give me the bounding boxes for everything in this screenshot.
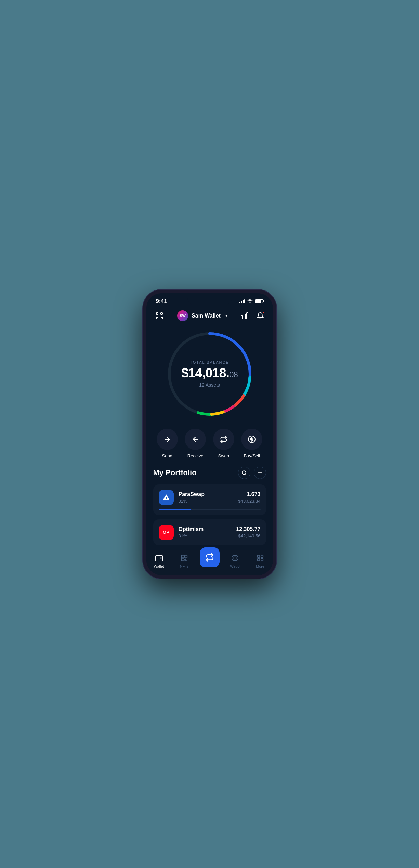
asset-amount-optimism: 12,305.77 — [236, 526, 260, 532]
svg-rect-23 — [181, 555, 184, 557]
asset-logo-paraswap — [159, 490, 174, 505]
more-nav-icon — [256, 553, 265, 563]
action-buttons: Send Receive — [146, 425, 273, 467]
wallet-nav-icon — [154, 553, 164, 563]
notch — [187, 293, 232, 305]
svg-rect-29 — [261, 555, 263, 557]
chart-icon — [241, 312, 248, 319]
svg-rect-4 — [244, 314, 245, 319]
balance-assets: 12 Assets — [181, 382, 238, 388]
wallet-nav-label: Wallet — [154, 564, 164, 568]
balance-main: $14,018. — [181, 366, 229, 380]
paraswap-logo-icon — [162, 493, 170, 502]
status-icons — [239, 299, 263, 304]
asset-pct-optimism: 31% — [179, 533, 232, 539]
swap-center-icon — [205, 553, 214, 562]
svg-rect-24 — [184, 555, 187, 557]
receive-icon-circle — [185, 429, 206, 450]
balance-section: TOTAL BALANCE $14,018.08 12 Assets — [146, 326, 273, 425]
avatar: SW — [177, 310, 188, 321]
balance-info: TOTAL BALANCE $14,018.08 12 Assets — [181, 360, 238, 388]
header-right — [239, 310, 266, 321]
asset-values-paraswap: 1.673 $43,023.34 — [238, 491, 260, 504]
nav-item-more[interactable]: More — [248, 553, 273, 568]
portfolio-add-button[interactable] — [254, 467, 266, 479]
asset-progress-paraswap — [159, 509, 261, 510]
asset-values-optimism: 12,305.77 $42,149.56 — [236, 526, 260, 539]
receive-label: Receive — [187, 453, 204, 458]
balance-circle: TOTAL BALANCE $14,018.08 12 Assets — [165, 329, 254, 418]
asset-card-paraswap[interactable]: ParaSwap 32% 1.673 $43,023.34 — [153, 484, 266, 515]
bottom-nav: Wallet NFTs — [146, 550, 273, 575]
asset-logo-optimism: OP — [159, 525, 174, 540]
asset-card-optimism[interactable]: OP Optimism 31% 12,305.77 $42,149.56 — [153, 519, 266, 545]
balance-label: TOTAL BALANCE — [181, 360, 238, 364]
scan-icon — [155, 312, 163, 320]
svg-rect-3 — [241, 316, 243, 319]
phone-frame: 9:41 — [143, 290, 276, 579]
svg-rect-5 — [247, 313, 248, 319]
asset-row: ParaSwap 32% 1.673 $43,023.34 — [159, 490, 261, 505]
nav-item-nfts[interactable]: NFTs — [172, 553, 197, 568]
asset-amount-paraswap: 1.673 — [238, 491, 260, 497]
chevron-down-icon: ▾ — [225, 313, 227, 318]
portfolio-actions — [238, 467, 266, 479]
optimism-logo-text: OP — [163, 530, 169, 535]
web3-nav-label: Web3 — [230, 564, 240, 568]
buysell-button[interactable]: Buy/Sell — [241, 429, 262, 458]
svg-rect-28 — [257, 555, 259, 557]
buysell-label: Buy/Sell — [244, 453, 260, 458]
phone-inner: 9:41 — [146, 293, 273, 575]
signal-bars-icon — [239, 299, 245, 303]
notifications-button[interactable] — [255, 310, 266, 321]
scan-button[interactable] — [153, 310, 166, 322]
svg-rect-31 — [261, 558, 263, 560]
portfolio-header: My Portfolio — [153, 467, 266, 479]
nav-item-swap-center[interactable] — [197, 554, 222, 567]
send-icon-circle — [157, 429, 178, 450]
nav-item-web3[interactable]: Web3 — [222, 553, 248, 568]
receive-button[interactable]: Receive — [185, 429, 206, 458]
wallet-selector[interactable]: SW Sam Wallet ▾ — [177, 310, 227, 321]
asset-usd-paraswap: $43,023.34 — [238, 498, 260, 504]
buysell-icon — [248, 435, 256, 443]
swap-center-button[interactable] — [200, 547, 220, 567]
search-icon — [241, 470, 247, 476]
svg-rect-30 — [257, 558, 259, 560]
portfolio-section: My Portfolio — [146, 467, 273, 545]
swap-button[interactable]: Swap — [213, 429, 234, 458]
send-button[interactable]: Send — [157, 429, 178, 458]
asset-pct-paraswap: 32% — [179, 498, 234, 504]
asset-info-optimism: Optimism 31% — [179, 526, 232, 539]
status-time: 9:41 — [156, 298, 167, 305]
wifi-icon — [247, 299, 253, 304]
nfts-nav-icon — [180, 553, 189, 563]
asset-name-optimism: Optimism — [179, 526, 232, 532]
chart-button[interactable] — [239, 310, 250, 321]
wallet-name: Sam Wallet — [192, 313, 221, 319]
battery-icon — [255, 299, 263, 303]
web3-nav-icon — [230, 553, 240, 563]
nfts-nav-label: NFTs — [180, 564, 189, 568]
balance-amount: $14,018.08 — [181, 366, 238, 379]
swap-label: Swap — [218, 453, 229, 458]
portfolio-search-button[interactable] — [238, 467, 250, 479]
portfolio-title: My Portfolio — [153, 468, 197, 477]
nav-item-wallet[interactable]: Wallet — [146, 553, 172, 568]
send-label: Send — [162, 453, 172, 458]
asset-row-optimism: OP Optimism 31% 12,305.77 $42,149.56 — [159, 525, 261, 540]
asset-info-paraswap: ParaSwap 32% — [179, 491, 234, 504]
svg-line-17 — [245, 474, 246, 475]
svg-rect-25 — [181, 558, 184, 560]
asset-progress-fill-paraswap — [159, 509, 191, 510]
send-icon — [163, 436, 171, 443]
asset-usd-optimism: $42,149.56 — [236, 533, 260, 539]
header: SW Sam Wallet ▾ — [146, 307, 273, 326]
swap-icon — [220, 436, 227, 443]
asset-name-paraswap: ParaSwap — [179, 491, 234, 497]
buysell-icon-circle — [241, 429, 262, 450]
balance-cents: 08 — [229, 370, 238, 379]
swap-icon-circle — [213, 429, 234, 450]
more-nav-label: More — [256, 564, 264, 568]
notification-dot — [262, 311, 265, 314]
